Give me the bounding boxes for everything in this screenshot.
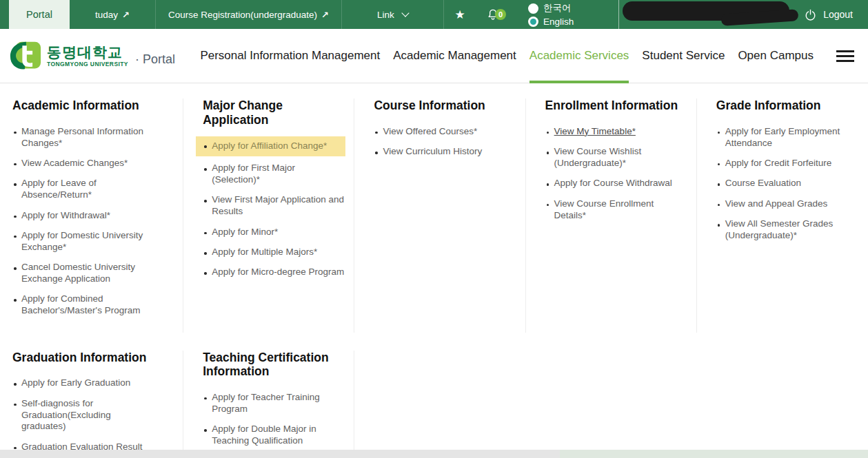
menu-item[interactable]: View Offered Courses*: [374, 126, 515, 138]
menu-item[interactable]: Apply for First Major (Selection)*: [203, 163, 344, 186]
logo-text: 동명대학교 TONGMYONG UNIVERSITY: [47, 45, 128, 67]
menu-column: Major Change ApplicationApply for Affili…: [183, 98, 354, 333]
menu-item[interactable]: Apply for Domestic University Exchange*: [12, 230, 156, 253]
notification-count-badge: 0: [495, 9, 506, 20]
radio-selected-icon: [528, 17, 538, 27]
language-radio-english[interactable]: English: [528, 17, 574, 27]
topbar-link-label: Course Registration(undergraduate): [168, 10, 317, 20]
menu-item[interactable]: Self-diagnosis for Graduation(Excluding …: [12, 398, 156, 433]
menu-item-list: Manage Personal Information Changes*View…: [12, 126, 173, 318]
language-label: 한국어: [543, 2, 572, 14]
menu-item[interactable]: Apply for Micro-degree Program: [203, 267, 344, 278]
menu-item[interactable]: Apply for Early Graduation: [12, 377, 156, 389]
menu-item[interactable]: View Course Enrollment Details*: [545, 198, 687, 222]
menu-item[interactable]: View Academic Changes*: [12, 158, 156, 169]
university-logo[interactable]: 동명대학교 TONGMYONG UNIVERSITY: [10, 41, 128, 71]
hamburger-bar: [836, 50, 854, 52]
external-link-icon: ↗: [321, 10, 329, 20]
nav-item-open-campus[interactable]: Open Campus: [738, 29, 814, 83]
menu-item[interactable]: View Course Wishlist (Undergraduate)*: [545, 146, 687, 169]
logo-korean-text: 동명대학교: [47, 45, 128, 59]
column-title: Course Information: [374, 98, 512, 113]
menu-column: Teaching Certification InformationApply …: [183, 351, 354, 458]
menu-column: Course InformationView Offered Courses*V…: [354, 98, 525, 333]
menu-row: Academic InformationManage Personal Info…: [12, 98, 868, 333]
nav-item-academic-services[interactable]: Academic Services: [529, 29, 629, 83]
menu-column: Graduation InformationApply for Early Gr…: [12, 351, 183, 458]
topbar-link-tuday[interactable]: tuday ↗: [70, 0, 156, 29]
menu-item-list: Apply for Affiliation Change*Apply for F…: [203, 136, 344, 278]
menu-item[interactable]: Apply for Combined Bachelor's/Master's P…: [12, 293, 156, 317]
header: 동명대학교 TONGMYONG UNIVERSITY · Portal Pers…: [0, 29, 868, 83]
menu-item-list: View My Timetable*View Course Wishlist (…: [545, 126, 687, 222]
menu-item[interactable]: Apply for Course Withdrawal: [545, 178, 687, 189]
topbar-link-course-registration[interactable]: Course Registration(undergraduate) ↗: [156, 0, 342, 29]
menu-item-list: Apply for Early Employment AttendanceApp…: [716, 126, 858, 242]
hamburger-menu-button[interactable]: [836, 50, 854, 62]
chevron-down-icon: [401, 9, 409, 17]
column-title: Grade Information: [716, 98, 854, 113]
menu-item[interactable]: Course Evaluation: [716, 178, 858, 189]
topbar-link-label: tuday: [95, 10, 118, 20]
nav-item-personal-information-management[interactable]: Personal Information Management: [200, 29, 380, 83]
redacted-user-info: [619, 0, 800, 29]
menu-item[interactable]: Apply for Credit Forfeiture: [716, 158, 858, 169]
menu-item[interactable]: Apply for Double Major in Teaching Quali…: [203, 424, 344, 447]
menu-item[interactable]: View and Appeal Grades: [716, 198, 858, 210]
column-title: Teaching Certification Information: [203, 351, 341, 379]
menu-item[interactable]: View First Major Application and Results: [203, 194, 344, 218]
menu-item[interactable]: Cancel Domestic University Exchange Appl…: [12, 262, 156, 285]
language-label: English: [543, 17, 574, 27]
power-icon: [804, 8, 817, 21]
menu-item-list: Apply for Early GraduationSelf-diagnosis…: [12, 377, 173, 458]
nav-item-academic-management[interactable]: Academic Management: [393, 29, 516, 83]
hamburger-bar: [836, 60, 854, 62]
menu-item-list: Apply for Teacher Training ProgramApply …: [203, 392, 344, 458]
menu-item[interactable]: Apply for Minor*: [203, 227, 344, 238]
mega-menu: Academic InformationManage Personal Info…: [0, 83, 868, 458]
bottom-strip-green: [560, 450, 868, 458]
radio-unselected-icon: [528, 3, 538, 14]
notifications-bell-icon[interactable]: 0: [476, 0, 510, 29]
bottom-strip-gray: [0, 450, 560, 458]
menu-item-list: View Offered Courses*View Curriculum His…: [374, 126, 515, 158]
nav-item-student-service[interactable]: Student Service: [642, 29, 725, 83]
topbar-link-label: Link: [377, 10, 394, 20]
menu-item[interactable]: View Curriculum History: [374, 146, 515, 158]
language-radio-korean[interactable]: 한국어: [528, 2, 574, 14]
menu-row: Graduation InformationApply for Early Gr…: [12, 351, 868, 458]
menu-item[interactable]: View All Semester Grades (Undergraduate)…: [716, 218, 858, 242]
topbar: Portal tuday ↗ Course Registration(under…: [0, 0, 868, 29]
menu-item[interactable]: Apply for Teacher Training Program: [203, 392, 344, 415]
menu-column: Grade InformationApply for Early Employm…: [697, 98, 868, 333]
logo-mark: [10, 41, 41, 71]
hamburger-bar: [836, 55, 854, 57]
logout-button[interactable]: Logout: [800, 0, 868, 29]
external-link-icon: ↗: [122, 10, 130, 20]
menu-column: Academic InformationManage Personal Info…: [12, 98, 183, 333]
topbar-spacer: [574, 0, 618, 29]
column-title: Major Change Application: [203, 98, 341, 127]
column-title: Graduation Information: [12, 351, 150, 365]
logo-english-text: TONGMYONG UNIVERSITY: [47, 61, 128, 67]
main-nav: Personal Information ManagementAcademic …: [200, 29, 854, 83]
column-title: Academic Information: [12, 98, 150, 113]
menu-item[interactable]: Manage Personal Information Changes*: [12, 126, 156, 149]
logout-label: Logout: [823, 9, 853, 20]
menu-item[interactable]: Apply for Affiliation Change*: [196, 136, 345, 156]
menu-item[interactable]: Apply for Multiple Majors*: [203, 247, 344, 258]
menu-item[interactable]: Apply for Early Employment Attendance: [716, 126, 858, 149]
menu-item[interactable]: Apply for Leave of Absence/Return*: [12, 178, 156, 201]
language-switcher: 한국어 English: [528, 0, 574, 29]
portal-suffix: · Portal: [135, 52, 175, 67]
column-title: Enrollment Information: [545, 98, 683, 113]
menu-item[interactable]: Apply for Withdrawal*: [12, 210, 156, 222]
portal-tab[interactable]: Portal: [9, 0, 70, 29]
menu-column: Enrollment InformationView My Timetable*…: [526, 98, 697, 333]
menu-item[interactable]: View My Timetable*: [545, 126, 687, 138]
bottom-strip: [0, 450, 868, 458]
topbar-link-dropdown[interactable]: Link: [342, 0, 444, 29]
favorites-star-icon[interactable]: ★: [444, 0, 476, 29]
